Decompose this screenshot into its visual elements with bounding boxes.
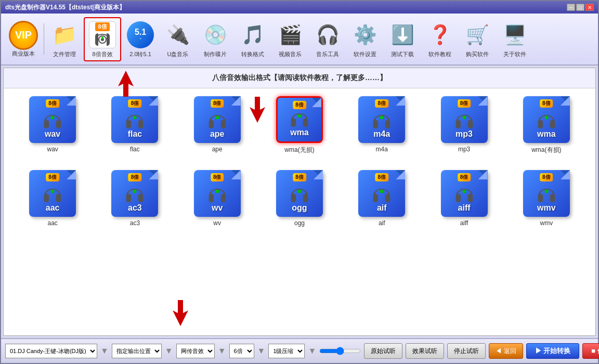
toolbar-item-file[interactable]: 📁 文件管理 bbox=[46, 18, 83, 60]
title-bar: dts光盘制作器V14.55【dtstest|商业版本】 ─ □ ✕ bbox=[1, 1, 598, 14]
format-item-flac[interactable]: 8倍 flac flac bbox=[96, 96, 173, 154]
file-select[interactable]: 01.DJ Candy-王键-冰吻(DJ版) bbox=[5, 344, 97, 358]
format-label-m4a: m4a bbox=[376, 146, 388, 153]
toolbar-item-usb[interactable]: 🔌 U盘音乐 bbox=[160, 18, 196, 60]
settings-icon: ⚙️ bbox=[350, 20, 380, 49]
toolbar-label-usb: U盘音乐 bbox=[167, 50, 189, 58]
format-label-mp3: mp3 bbox=[458, 146, 470, 153]
format-label-wmv: wmv bbox=[540, 219, 553, 227]
preview-original-button[interactable]: 原始试听 bbox=[364, 343, 402, 359]
format-icon-ape: 8倍 ape bbox=[194, 96, 241, 143]
toolbar-item-video[interactable]: 🎬 视频音乐 bbox=[272, 18, 308, 60]
toolbar-item-about[interactable]: 🖥️ 关于软件 bbox=[497, 18, 533, 60]
compress-select-arrow: ▼ bbox=[308, 346, 316, 356]
toolbar-label-settings: 软件设置 bbox=[354, 50, 376, 58]
format-item-ape[interactable]: 8倍 ape ape bbox=[179, 96, 256, 154]
output-select[interactable]: 指定输出位置 bbox=[112, 344, 162, 358]
format-label-aac: aac bbox=[47, 219, 57, 227]
effect-select[interactable]: 网传音效 bbox=[176, 344, 215, 358]
toolbar-item-8x[interactable]: 8倍 8倍音效 bbox=[84, 17, 121, 61]
format-icon-wmv: 8倍 wmv bbox=[523, 170, 570, 217]
format-item-aac[interactable]: 8倍 aac aac bbox=[14, 170, 91, 227]
format-name-ape: ape bbox=[210, 129, 225, 139]
start-convert-button[interactable]: ▶ 开始转换 bbox=[526, 343, 580, 359]
toolbar-item-test[interactable]: ⬇️ 测试下载 bbox=[384, 18, 421, 60]
format-icon-wv: 8倍 wv bbox=[194, 170, 241, 217]
volume-slider[interactable] bbox=[319, 347, 361, 355]
format-name-wma-lossy: wma bbox=[537, 129, 556, 139]
file-select-arrow: ▼ bbox=[100, 346, 109, 356]
effect-select-arrow: ▼ bbox=[218, 346, 226, 356]
toolbar-item-convert[interactable]: 🎵 转换格式 bbox=[235, 18, 271, 60]
stop-preview-button[interactable]: 停止试听 bbox=[447, 343, 486, 359]
format-name-wav: wav bbox=[45, 129, 60, 139]
format-item-ac3[interactable]: 8倍 ac3 ac3 bbox=[96, 170, 173, 227]
tutorial-icon: ❓ bbox=[425, 20, 454, 49]
format-name-wmv: wmv bbox=[537, 203, 556, 213]
preview-effect-button[interactable]: 效果试听 bbox=[406, 343, 444, 359]
8x-icon: 8倍 bbox=[88, 20, 117, 49]
video-icon: 🎬 bbox=[276, 20, 305, 49]
minimize-button[interactable]: ─ bbox=[567, 4, 575, 11]
format-item-ogg[interactable]: 8倍 ogg ogg bbox=[261, 170, 338, 227]
format-label-flac: flac bbox=[130, 146, 140, 153]
format-item-wma-lossy[interactable]: 8倍 wma wma(有损) bbox=[508, 96, 585, 154]
svg-marker-6 bbox=[173, 300, 188, 326]
format-icon-wma-lossless: 8倍 wma bbox=[276, 96, 323, 143]
format-name-m4a: m4a bbox=[373, 129, 390, 139]
times-select-arrow: ▼ bbox=[257, 346, 266, 356]
content-header: 八倍音效输出格式【请阅读软件教程，了解更多……】 bbox=[4, 68, 595, 88]
toolbar-label-8x: 8倍音效 bbox=[92, 50, 112, 58]
toolbar-item-disc[interactable]: 💿 制作碟片 bbox=[197, 18, 233, 60]
stop-button[interactable]: ■ 停止 bbox=[582, 343, 599, 359]
toolbar-label-video: 视频音乐 bbox=[279, 50, 302, 58]
toolbar-item-settings[interactable]: ⚙️ 软件设置 bbox=[347, 18, 383, 60]
maximize-button[interactable]: □ bbox=[576, 4, 584, 11]
format-name-ogg: ogg bbox=[292, 203, 307, 213]
toolbar-item-tutorial[interactable]: ❓ 软件教程 bbox=[422, 18, 458, 60]
format-item-aif[interactable]: 8倍 aif aif bbox=[343, 170, 420, 227]
format-label-ogg: ogg bbox=[294, 219, 305, 227]
times-select[interactable]: 6倍 bbox=[229, 344, 254, 358]
toolbar-item-vip[interactable]: VIP 商业版本 bbox=[5, 19, 42, 60]
svg-marker-3 bbox=[101, 36, 103, 38]
toolbar: VIP 商业版本 📁 文件管理 8倍 bbox=[1, 14, 598, 66]
format-name-mp3: mp3 bbox=[455, 129, 473, 139]
format-name-ac3: ac3 bbox=[128, 203, 142, 213]
toolbar-label-vip: 商业版本 bbox=[12, 50, 35, 58]
format-name-aac: aac bbox=[46, 203, 60, 213]
compress-select[interactable]: 1级压缩 bbox=[268, 344, 305, 358]
toolbar-item-tools[interactable]: 🎧 音乐工具 bbox=[309, 18, 346, 60]
format-name-wma-lossless: wma bbox=[290, 128, 309, 137]
format-item-wma-lossless[interactable]: 8倍 wma wma(无损) bbox=[261, 96, 338, 154]
toolbar-item-buy[interactable]: 🛒 购买软件 bbox=[459, 18, 496, 60]
format-label-ape: ape bbox=[212, 146, 223, 153]
toolbar-label-disc: 制作碟片 bbox=[204, 50, 227, 58]
about-icon: 🖥️ bbox=[500, 20, 529, 49]
close-button[interactable]: ✕ bbox=[585, 4, 594, 11]
convert-icon: 🎵 bbox=[238, 20, 267, 49]
return-button[interactable]: ◀ 返回 bbox=[489, 343, 523, 359]
format-item-wv[interactable]: 8倍 wv wv bbox=[179, 170, 256, 227]
format-icon-ogg: 8倍 ogg bbox=[276, 170, 323, 217]
test-icon: ⬇️ bbox=[388, 20, 417, 49]
format-item-wav[interactable]: 8倍 wav wav bbox=[14, 96, 91, 154]
format-item-wmv[interactable]: 8倍 wmv wmv bbox=[508, 170, 585, 227]
format-name-wv: wv bbox=[212, 203, 223, 213]
format-item-aiff[interactable]: 8倍 aiff aiff bbox=[425, 170, 502, 227]
format-label-wav: wav bbox=[47, 146, 58, 153]
format-icon-flac: 8倍 flac bbox=[111, 96, 158, 143]
return-arrow-icon: ◀ bbox=[496, 347, 502, 355]
arrow-bottom-indicator bbox=[170, 297, 191, 330]
toolbar-label-test: 测试下载 bbox=[391, 50, 414, 58]
format-icon-m4a: 8倍 m4a bbox=[358, 96, 405, 143]
format-item-m4a[interactable]: 8倍 m4a m4a bbox=[343, 96, 420, 154]
format-icon-mp3: 8倍 mp3 bbox=[441, 96, 488, 143]
format-label-wv: wv bbox=[213, 219, 221, 227]
toolbar-label-convert: 转换格式 bbox=[241, 50, 264, 58]
format-icon-wma-lossy: 8倍 wma bbox=[523, 96, 570, 143]
output-select-arrow: ▼ bbox=[165, 346, 173, 356]
format-icon-aif: 8倍 aif bbox=[358, 170, 405, 217]
toolbar-item-51[interactable]: 5.1 + 2.0转5.1 bbox=[122, 18, 159, 60]
format-item-mp3[interactable]: 8倍 mp3 mp3 bbox=[425, 96, 502, 154]
